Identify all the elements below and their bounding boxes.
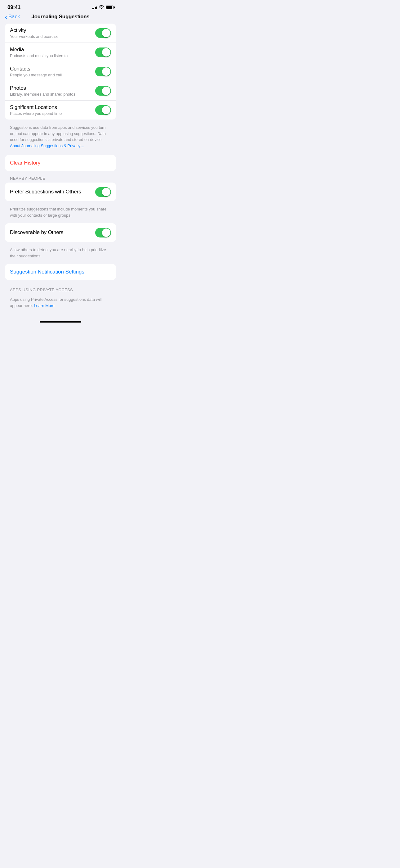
status-icons xyxy=(92,5,114,10)
discoverable-toggle[interactable] xyxy=(95,228,111,238)
media-sublabel: Podcasts and music you listen to xyxy=(10,53,92,58)
learn-more-link[interactable]: Learn More xyxy=(34,303,54,308)
chevron-left-icon: ‹ xyxy=(5,14,7,20)
page-title: Journaling Suggestions xyxy=(31,14,89,20)
photos-row: Photos Library, memories and shared phot… xyxy=(5,81,116,101)
notification-settings-group: Suggestion Notification Settings xyxy=(5,264,116,280)
discoverable-note: Allow others to detect you are nearby to… xyxy=(0,244,121,264)
back-button[interactable]: ‹ Back xyxy=(5,14,20,20)
prefer-suggestions-label: Prefer Suggestions with Others xyxy=(10,189,92,195)
toggle-knob xyxy=(102,29,110,37)
wifi-icon xyxy=(99,5,104,10)
media-label: Media xyxy=(10,46,92,53)
media-toggle[interactable] xyxy=(95,48,111,57)
media-row: Media Podcasts and music you listen to xyxy=(5,43,116,62)
battery-icon xyxy=(106,6,113,9)
toggle-knob xyxy=(102,67,110,76)
about-journaling-link[interactable]: About Journaling Suggestions & Privacy… xyxy=(10,144,84,148)
signal-icon xyxy=(92,6,97,9)
contacts-label: Contacts xyxy=(10,66,92,72)
activity-sublabel: Your workouts and exercise xyxy=(10,34,92,39)
significant-locations-toggle[interactable] xyxy=(95,105,111,115)
activity-toggle[interactable] xyxy=(95,28,111,38)
activity-row: Activity Your workouts and exercise xyxy=(5,24,116,43)
prefer-suggestions-group: Prefer Suggestions with Others xyxy=(5,183,116,201)
prefer-suggestions-row: Prefer Suggestions with Others xyxy=(5,183,116,201)
discoverable-row: Discoverable by Others xyxy=(5,223,116,242)
toggle-knob xyxy=(102,188,110,196)
status-bar: 09:41 xyxy=(0,0,121,12)
toggle-knob xyxy=(102,48,110,57)
back-label: Back xyxy=(8,14,20,20)
prefer-suggestions-toggle[interactable] xyxy=(95,187,111,197)
toggle-knob xyxy=(102,228,110,237)
nav-bar: ‹ Back Journaling Suggestions xyxy=(0,12,121,24)
contacts-sublabel: People you message and call xyxy=(10,73,92,77)
status-time: 09:41 xyxy=(7,4,21,10)
apps-private-note: Apps using Private Access for suggestion… xyxy=(0,294,121,314)
suggestions-footer-note: Suggestions use data from apps and servi… xyxy=(0,122,121,155)
clear-history-button[interactable]: Clear History xyxy=(5,155,116,171)
toggle-knob xyxy=(102,106,110,114)
photos-label: Photos xyxy=(10,85,92,91)
prefer-suggestions-note: Prioritize suggestions that include mome… xyxy=(0,204,121,223)
home-indicator xyxy=(0,314,121,325)
nearby-people-section-label: NEARBY PEOPLE xyxy=(0,174,121,183)
content: Activity Your workouts and exercise Medi… xyxy=(0,24,121,314)
significant-locations-sublabel: Places where you spend time xyxy=(10,111,92,116)
photos-toggle[interactable] xyxy=(95,86,111,96)
contacts-row: Contacts People you message and call xyxy=(5,62,116,81)
clear-history-group: Clear History xyxy=(5,155,116,171)
suggestions-toggles-group: Activity Your workouts and exercise Medi… xyxy=(5,24,116,120)
apps-private-section-label: APPS USING PRIVATE ACCESS xyxy=(0,285,121,294)
significant-locations-row: Significant Locations Places where you s… xyxy=(5,101,116,120)
photos-sublabel: Library, memories and shared photos xyxy=(10,92,92,97)
activity-label: Activity xyxy=(10,27,92,34)
discoverable-group: Discoverable by Others xyxy=(5,223,116,242)
home-bar xyxy=(40,321,81,322)
discoverable-label: Discoverable by Others xyxy=(10,229,92,236)
contacts-toggle[interactable] xyxy=(95,67,111,76)
significant-locations-label: Significant Locations xyxy=(10,104,92,111)
toggle-knob xyxy=(102,87,110,95)
notification-settings-button[interactable]: Suggestion Notification Settings xyxy=(5,264,116,280)
